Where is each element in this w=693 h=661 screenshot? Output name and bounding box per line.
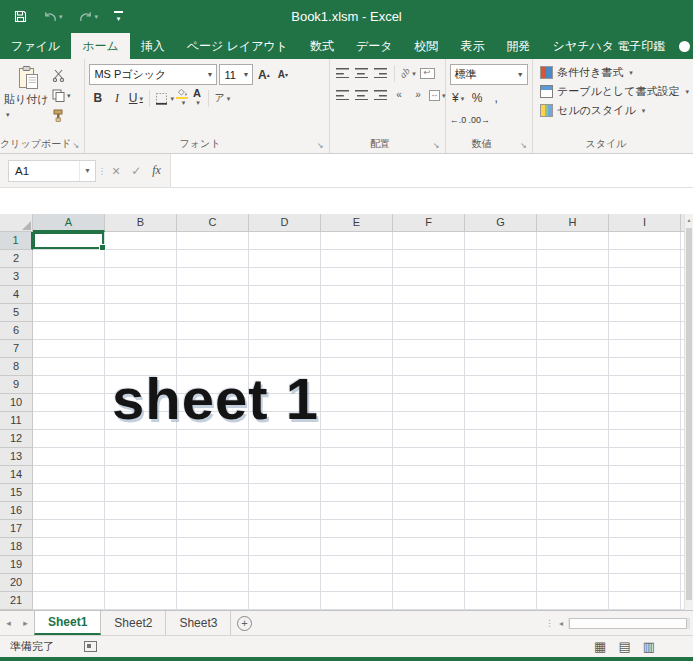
cell-I14[interactable] [609,466,681,484]
row-header-8[interactable]: 8 [0,358,33,376]
tab-file[interactable]: ファイル [0,33,71,59]
cell-I16[interactable] [609,502,681,520]
formula-input[interactable] [170,154,693,187]
row-header-17[interactable]: 17 [0,520,33,538]
cell-G7[interactable] [465,340,537,358]
save-button[interactable] [14,10,27,23]
cell-H18[interactable] [537,538,609,556]
cell-E12[interactable] [321,430,393,448]
cell-B12[interactable] [105,430,177,448]
cell-A2[interactable] [33,250,105,268]
cell-C17[interactable] [177,520,249,538]
cell-I6[interactable] [609,322,681,340]
row-header-13[interactable]: 13 [0,448,33,466]
cell-G19[interactable] [465,556,537,574]
cell-B4[interactable] [105,286,177,304]
align-right-button[interactable] [372,86,389,104]
column-header-D[interactable]: D [249,214,321,232]
cell-F7[interactable] [393,340,465,358]
align-bottom-button[interactable] [372,64,389,82]
cell-G21[interactable] [465,592,537,610]
decrease-indent-button[interactable]: « [391,86,408,104]
cell-H13[interactable] [537,448,609,466]
cell-G9[interactable] [465,376,537,394]
cell-H3[interactable] [537,268,609,286]
conditional-formatting-button[interactable]: 条件付き書式 [537,64,689,81]
cell-E21[interactable] [321,592,393,610]
row-header-5[interactable]: 5 [0,304,33,322]
cell-G4[interactable] [465,286,537,304]
borders-button[interactable] [155,89,174,107]
cell-B19[interactable] [105,556,177,574]
cell-D6[interactable] [249,322,321,340]
cell-H5[interactable] [537,304,609,322]
row-header-20[interactable]: 20 [0,574,33,592]
cell-I4[interactable] [609,286,681,304]
cell-A7[interactable] [33,340,105,358]
font-color-button[interactable]: A [191,89,203,107]
align-left-button[interactable] [334,86,351,104]
tab-view[interactable]: 表示 [450,33,496,59]
cell-H8[interactable] [537,358,609,376]
cell-B15[interactable] [105,484,177,502]
cell-D3[interactable] [249,268,321,286]
cell-I3[interactable] [609,268,681,286]
tab-addin-shachihata[interactable]: シヤチハタ 電子印鑑 [542,33,677,59]
tab-data[interactable]: データ [345,33,404,59]
formula-bar-handle[interactable] [96,166,108,176]
cell-G14[interactable] [465,466,537,484]
cell-B13[interactable] [105,448,177,466]
cell-A3[interactable] [33,268,105,286]
vertical-scroll-thumb[interactable] [686,228,692,600]
cell-E9[interactable] [321,376,393,394]
font-dialog-launcher-icon[interactable] [315,140,326,151]
cell-H11[interactable] [537,412,609,430]
cell-A10[interactable] [33,394,105,412]
select-all-button[interactable] [0,214,33,232]
cell-F16[interactable] [393,502,465,520]
cell-H16[interactable] [537,502,609,520]
cell-A5[interactable] [33,304,105,322]
cell-E1[interactable] [321,232,393,250]
align-top-button[interactable] [334,64,351,82]
row-header-9[interactable]: 9 [0,376,33,394]
cell-I19[interactable] [609,556,681,574]
merge-center-button[interactable] [429,86,446,104]
cell-A21[interactable] [33,592,105,610]
column-header-C[interactable]: C [177,214,249,232]
cell-C7[interactable] [177,340,249,358]
column-header-B[interactable]: B [105,214,177,232]
cell-E11[interactable] [321,412,393,430]
cell-B18[interactable] [105,538,177,556]
cell-F15[interactable] [393,484,465,502]
cell-C15[interactable] [177,484,249,502]
number-dialog-launcher-icon[interactable] [518,140,529,151]
column-header-I[interactable]: I [609,214,681,232]
cell-I5[interactable] [609,304,681,322]
cell-B5[interactable] [105,304,177,322]
cell-H10[interactable] [537,394,609,412]
cell-C6[interactable] [177,322,249,340]
cell-A20[interactable] [33,574,105,592]
cell-F1[interactable] [393,232,465,250]
cell-F9[interactable] [393,376,465,394]
row-header-18[interactable]: 18 [0,538,33,556]
cell-G17[interactable] [465,520,537,538]
cell-D18[interactable] [249,538,321,556]
cell-D1[interactable] [249,232,321,250]
comma-style-button[interactable]: , [488,89,505,107]
cell-G1[interactable] [465,232,537,250]
row-header-7[interactable]: 7 [0,340,33,358]
customize-qat-button[interactable] [114,11,123,22]
cell-G16[interactable] [465,502,537,520]
cell-C13[interactable] [177,448,249,466]
increase-indent-button[interactable]: » [410,86,427,104]
row-header-19[interactable]: 19 [0,556,33,574]
cell-F8[interactable] [393,358,465,376]
insert-function-button[interactable]: fx [152,163,161,178]
cell-D13[interactable] [249,448,321,466]
cell-F18[interactable] [393,538,465,556]
cell-G10[interactable] [465,394,537,412]
increase-decimal-button[interactable]: ←.0 [450,111,467,129]
cell-F4[interactable] [393,286,465,304]
